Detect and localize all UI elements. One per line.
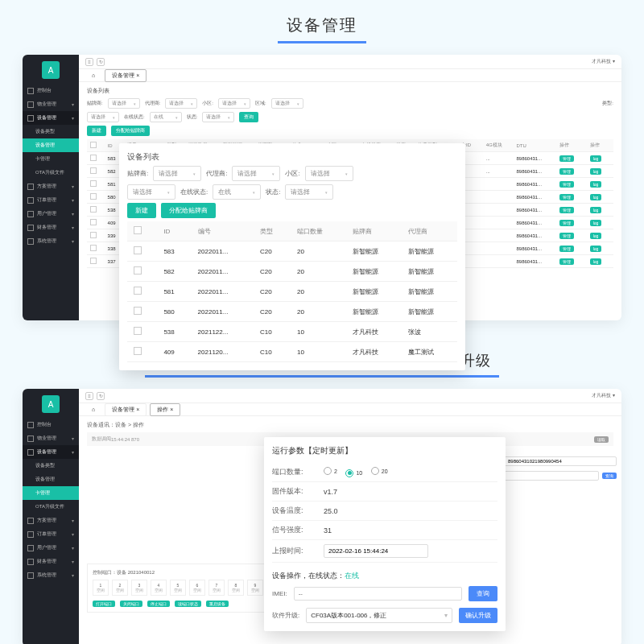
port-action-btn[interactable]: 关闭端口 [120,601,142,607]
sidebar-item[interactable]: 设备管理 [23,138,79,152]
table-row[interactable]: 5832022011...C2020新智能源新智能源 [127,242,457,262]
btn-new[interactable]: 新建 [87,126,106,136]
f-sel-brand[interactable]: 请选择 [153,166,201,181]
port-action-btn[interactable]: 读端口状态 [175,601,201,607]
action-btn[interactable]: 管理 [559,233,574,239]
checkbox[interactable] [134,266,142,275]
port-action-btn[interactable]: 打开端口 [93,601,115,607]
port-cell[interactable]: 9空闲 [247,580,263,596]
f-sel-agent[interactable]: 请选择 [232,166,280,181]
kv-input[interactable] [324,544,428,558]
btn-read[interactable]: 读取 [594,436,609,443]
action-btn[interactable]: 管理 [559,168,574,175]
port-cell[interactable]: 7空闲 [208,580,225,596]
f-btn-new[interactable]: 新建 [127,203,156,218]
f-sel-status[interactable]: 请选择 [285,184,333,200]
checkbox[interactable] [134,246,142,254]
table-row[interactable]: 4092021120...C1010才凡科技魔工测试 [127,342,457,362]
tab-device-mgmt[interactable]: 设备管理 × [105,69,147,82]
btn-aux-search[interactable]: 查询 [602,473,617,479]
sidebar-item[interactable]: 方案管理▾ [23,180,79,193]
tab-operate[interactable]: 操作 × [150,403,180,416]
action-btn[interactable]: 管理 [559,207,574,213]
sidebar-item[interactable]: 卡管理 [23,486,79,500]
logo[interactable]: A [42,395,60,413]
port-action-btn[interactable]: 停止端口 [147,601,170,607]
action-btn[interactable]: 管理 [559,258,574,265]
sidebar-item[interactable]: 设备类型 [23,459,79,473]
action-btn[interactable]: log [590,220,602,226]
sidebar-item[interactable]: 设备管理▾ [23,445,79,459]
action-btn[interactable]: 管理 [559,155,574,162]
f-sel-online[interactable]: 在线 [213,184,261,200]
sidebar-item[interactable]: 订单管理▾ [23,527,79,541]
table-row[interactable]: 5812022011...C2020新智能源新智能源 [127,282,457,302]
sel-area[interactable]: 请选择 [271,98,303,109]
user-menu2[interactable]: 才凡科技 ▾ [592,392,615,399]
checkbox[interactable] [90,180,97,187]
btn-confirm-upgrade[interactable]: 确认升级 [459,608,497,623]
sidebar-item[interactable]: 财务管理▾ [23,221,79,234]
action-btn[interactable]: 管理 [559,181,574,188]
sel-status[interactable]: 请选择 [202,112,234,122]
action-btn[interactable]: log [590,181,602,188]
sidebar-item[interactable]: 系统管理▾ [23,568,79,582]
sidebar-item[interactable]: 系统管理▾ [23,234,79,248]
checkbox[interactable] [90,206,97,213]
sel-generic[interactable]: 请选择 [87,112,119,122]
sidebar-item[interactable]: 控制台 [23,418,79,431]
action-btn[interactable]: log [590,246,602,252]
table-row[interactable]: 5822022011...C2020新智能源新智能源 [127,262,457,282]
port-cell[interactable]: 3空闲 [131,580,147,596]
sidebar-item[interactable]: OTA升级文件 [23,500,79,514]
sel-online[interactable]: 在线 [150,112,182,122]
radio-20[interactable]: 20 [371,467,388,475]
sidebar-item[interactable]: 订单管理▾ [23,193,79,207]
checkbox[interactable] [90,167,97,174]
action-btn[interactable]: log [590,155,602,162]
refresh-icon[interactable]: ↻ [97,58,105,66]
port-cell[interactable]: 8空闲 [228,580,244,596]
tab-home[interactable]: ⌂ [85,71,101,80]
port-cell[interactable]: 2空闲 [112,580,128,596]
sel-agent[interactable]: 请选择 [165,98,197,109]
menu-icon2[interactable]: ≡ [85,392,93,400]
btn-search[interactable]: 查询 [239,112,258,122]
sidebar-item[interactable]: 物业管理▾ [23,431,79,445]
action-btn[interactable]: 管理 [559,220,574,226]
checkbox[interactable] [90,232,97,238]
menu-icon[interactable]: ≡ [85,58,93,66]
user-menu[interactable]: 才凡科技 ▾ [592,58,615,65]
checkbox[interactable] [90,258,97,264]
f-sel-generic[interactable]: 请选择 [127,184,175,200]
sidebar-item[interactable]: 设备类型 [23,125,79,138]
tab-home2[interactable]: ⌂ [85,405,101,414]
sidebar-item[interactable]: 用户管理▾ [23,207,79,221]
sidebar-item[interactable]: 方案管理▾ [23,514,79,527]
f-btn-alloc[interactable]: 分配给贴牌商 [161,203,216,218]
port-cell[interactable]: 5空闲 [170,580,186,596]
port-action-btn[interactable]: 重启设备 [206,601,229,607]
btn-alloc[interactable]: 分配给贴牌商 [111,126,150,136]
checkbox[interactable] [90,155,97,161]
f-sel-xq[interactable]: 请选择 [305,166,353,181]
sidebar-item[interactable]: 用户管理▾ [23,541,79,555]
action-btn[interactable]: log [590,194,602,200]
sidebar-item[interactable]: 设备管理▾ [23,111,79,125]
checkbox[interactable] [134,347,142,355]
action-btn[interactable]: 管理 [559,246,574,252]
port-cell[interactable]: 6空闲 [189,580,205,596]
action-btn[interactable]: 管理 [559,194,574,200]
sidebar-item[interactable]: 卡管理 [23,152,79,166]
checkbox[interactable] [90,193,97,200]
table-row[interactable]: 5802022011...C2020新智能源新智能源 [127,302,457,322]
action-btn[interactable]: log [590,258,602,265]
checkbox[interactable] [90,219,97,225]
checkbox[interactable] [134,327,142,335]
checkbox-all[interactable] [90,142,97,148]
btn-imei-search[interactable]: 查询 [469,586,497,601]
checkbox[interactable] [90,245,97,251]
port-cell[interactable]: 4空闲 [151,580,167,596]
checkbox[interactable] [134,307,142,315]
sidebar-item[interactable]: 控制台 [23,84,79,97]
